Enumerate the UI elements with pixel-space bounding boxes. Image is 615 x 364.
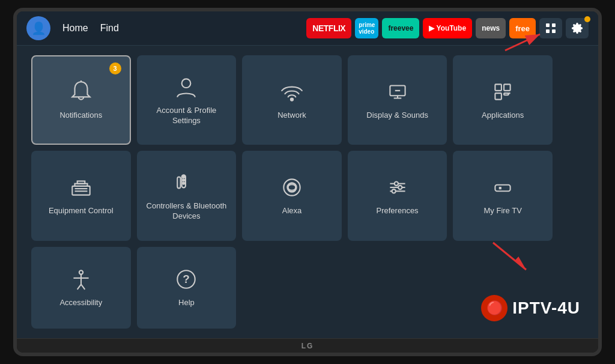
netflix-app[interactable]: NETFLIX [306, 18, 351, 38]
svg-point-27 [183, 182, 185, 184]
avatar[interactable]: 👤 [26, 16, 50, 40]
youtube-app[interactable]: ▶ YouTube [423, 18, 472, 38]
nav-apps: NETFLIX primevideo freevee ▶ YouTube new… [306, 18, 589, 38]
nav-home[interactable]: Home [62, 23, 88, 34]
svg-rect-3 [552, 29, 556, 33]
display-sounds-label: Display & Sounds [366, 111, 428, 121]
tile-accessibility[interactable]: Accessibility [31, 247, 131, 329]
svg-rect-21 [77, 181, 85, 184]
svg-line-42 [81, 285, 85, 290]
iptv-icon: 🔴 [481, 295, 507, 321]
nav-find[interactable]: Find [100, 23, 119, 34]
free-app[interactable]: free [509, 18, 536, 38]
network-label: Network [277, 111, 306, 121]
display-sounds-icon [385, 79, 410, 105]
svg-point-25 [183, 176, 185, 178]
myfiretv-label: My Fire TV [484, 206, 522, 216]
svg-line-41 [77, 285, 80, 290]
tile-account[interactable]: Account & Profile Settings [137, 55, 237, 145]
settings-btn[interactable] [566, 18, 589, 38]
account-label: Account & Profile Settings [144, 106, 229, 126]
svg-text:?: ? [183, 273, 190, 286]
top-nav: 👤 Home Find NETFLIX primevideo freevee ▶… [17, 11, 598, 46]
svg-point-28 [283, 180, 300, 196]
grid-icon-btn[interactable] [539, 18, 562, 38]
svg-point-38 [79, 271, 83, 275]
tile-applications[interactable]: Applications [453, 55, 553, 145]
grid-row-2: Equipment Control Controllers & Bluetoot… [31, 151, 584, 240]
tv-brand: LG [301, 342, 314, 350]
svg-rect-16 [504, 93, 508, 95]
notifications-icon [68, 79, 94, 105]
tv-frame: 👤 Home Find NETFLIX primevideo freevee ▶… [13, 8, 602, 356]
svg-rect-2 [546, 29, 550, 33]
tile-help[interactable]: ? Help [137, 247, 237, 329]
tile-equipment[interactable]: Equipment Control [31, 151, 131, 240]
accessibility-label: Accessibility [59, 298, 102, 308]
preferences-label: Preferences [377, 206, 419, 216]
svg-point-34 [398, 186, 402, 189]
myfiretv-icon [490, 175, 515, 200]
help-label: Help [178, 298, 195, 308]
tile-notifications[interactable]: 3 Notifications [31, 55, 131, 145]
tile-controllers[interactable]: Controllers & Bluetooth Devices [137, 151, 237, 240]
grid-row-1: 3 Notifications [31, 55, 584, 145]
tv-bezel-bottom: LG [17, 338, 598, 353]
svg-point-8 [291, 99, 293, 101]
preferences-icon [385, 175, 410, 200]
svg-rect-14 [504, 85, 510, 91]
tv-screen: 👤 Home Find NETFLIX primevideo freevee ▶… [17, 11, 598, 338]
equipment-label: Equipment Control [49, 206, 114, 216]
notification-badge: 3 [109, 62, 121, 74]
notifications-label: Notifications [59, 111, 102, 121]
svg-rect-0 [546, 23, 550, 27]
tile-alexa[interactable]: Alexa [242, 151, 342, 240]
svg-rect-15 [495, 93, 502, 100]
iptv-text: IPTV-4U [512, 299, 580, 318]
svg-point-33 [394, 182, 398, 186]
nav-left: 👤 Home Find [26, 16, 119, 40]
accessibility-icon [68, 267, 94, 292]
account-icon [174, 74, 199, 100]
controllers-icon [174, 170, 199, 195]
iptv-logo: 🔴 IPTV-4U [481, 295, 580, 321]
svg-rect-37 [499, 187, 501, 189]
gear-notification-dot [584, 16, 590, 22]
applications-label: Applications [482, 111, 524, 121]
prime-app[interactable]: primevideo [355, 18, 378, 38]
main-content: 3 Notifications [17, 46, 598, 338]
tile-display-sounds[interactable]: Display & Sounds [348, 55, 447, 145]
applications-icon [490, 79, 515, 105]
equipment-icon [68, 175, 94, 200]
controllers-label: Controllers & Bluetooth Devices [144, 201, 229, 222]
svg-point-35 [392, 190, 395, 193]
alexa-icon [279, 175, 304, 200]
tile-network[interactable]: Network [242, 55, 342, 145]
svg-rect-36 [495, 185, 510, 192]
gear-icon [571, 22, 583, 34]
freevee-app[interactable]: freevee [382, 18, 419, 38]
grid-icon [545, 23, 556, 34]
news-app[interactable]: news [476, 18, 506, 38]
svg-rect-1 [552, 23, 556, 27]
tile-preferences[interactable]: Preferences [348, 151, 447, 240]
help-icon: ? [174, 267, 199, 292]
svg-point-7 [182, 79, 191, 88]
svg-point-26 [183, 179, 185, 181]
tile-myfiretv[interactable]: My Fire TV [453, 151, 553, 240]
svg-rect-13 [495, 85, 502, 91]
network-icon [279, 79, 304, 105]
alexa-label: Alexa [282, 206, 302, 216]
